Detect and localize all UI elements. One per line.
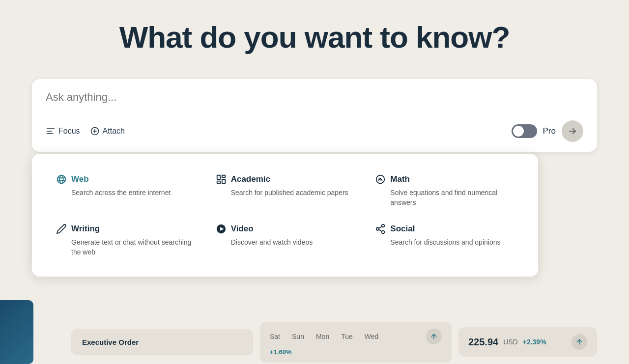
side-thumbnail — [0, 300, 33, 364]
writing-desc: Generate text or chat without searching … — [56, 238, 196, 257]
focus-item-header-math: % Math — [374, 173, 515, 185]
stock-currency: USD — [503, 338, 518, 346]
svg-line-23 — [379, 226, 382, 228]
day-sun: Sun — [292, 333, 304, 340]
focus-item-video[interactable]: Video Discover and watch videos — [205, 215, 365, 265]
focus-icon — [46, 126, 56, 136]
search-toolbar: Focus Attach Pro — [46, 120, 583, 142]
search-box: Focus Attach Pro — [32, 79, 597, 152]
toggle-knob — [513, 126, 524, 137]
chart-days: Sat Sun Mon Tue Wed — [270, 333, 378, 340]
focus-button[interactable]: Focus — [46, 126, 80, 136]
focus-item-header-social: Social — [374, 223, 515, 235]
web-desc: Search across the entire internet — [56, 188, 196, 198]
submit-button[interactable] — [562, 120, 583, 142]
chart-header: Sat Sun Mon Tue Wed — [270, 329, 442, 344]
svg-point-8 — [59, 175, 63, 184]
attach-label: Attach — [103, 127, 125, 136]
focus-label: Focus — [58, 127, 80, 136]
writing-title: Writing — [71, 224, 100, 234]
bottom-cards-row: Executive Order Sat Sun Mon Tue Wed — [0, 320, 629, 364]
svg-text:%: % — [378, 177, 382, 182]
focus-item-web[interactable]: Web Search across the entire internet — [46, 166, 205, 215]
svg-rect-11 — [217, 175, 220, 179]
search-input[interactable] — [46, 91, 583, 118]
social-desc: Search for discussions and opinions — [374, 238, 515, 248]
news-title: Executive Order — [82, 338, 139, 346]
day-sat: Sat — [270, 333, 280, 340]
pro-label: Pro — [543, 126, 556, 136]
social-title: Social — [390, 224, 415, 234]
writing-icon — [56, 223, 67, 235]
pro-toggle[interactable] — [512, 124, 537, 138]
focus-item-math[interactable]: % Math Solve equations and find numerica… — [365, 166, 524, 215]
academic-title: Academic — [231, 174, 270, 184]
arrow-right-icon — [568, 126, 577, 136]
video-desc: Discover and watch videos — [215, 238, 355, 248]
academic-icon — [215, 173, 227, 185]
svg-line-22 — [379, 230, 382, 232]
day-tue: Tue — [341, 333, 353, 340]
web-title: Web — [71, 174, 89, 184]
focus-item-writing[interactable]: Writing Generate text or chat without se… — [46, 215, 205, 265]
stock-card[interactable]: 225.94 USD +2.39% — [458, 327, 597, 357]
social-icon — [374, 223, 386, 235]
stock-price: 225.94 — [468, 336, 498, 348]
math-title: Math — [390, 174, 410, 184]
chart-up-button[interactable] — [426, 329, 442, 344]
academic-desc: Search for published academic papers — [215, 188, 355, 198]
svg-rect-13 — [222, 179, 225, 183]
stock-change: +2.39% — [523, 338, 546, 346]
toolbar-right: Pro — [512, 120, 583, 142]
focus-item-header-video: Video — [215, 223, 355, 235]
page-title: What do you want to know? — [119, 20, 510, 55]
attach-button[interactable]: Attach — [90, 126, 125, 136]
chart-card[interactable]: Sat Sun Mon Tue Wed +1.60% — [260, 322, 452, 363]
day-wed: Wed — [365, 333, 379, 340]
math-icon: % — [374, 173, 386, 185]
stock-arrow-up-icon — [575, 338, 583, 346]
focus-item-header-academic: Academic — [215, 173, 355, 185]
toolbar-left: Focus Attach — [46, 126, 125, 136]
day-mon: Mon — [316, 333, 329, 340]
chart-arrow-up-icon — [430, 333, 438, 340]
attach-icon — [90, 126, 100, 136]
svg-rect-12 — [222, 175, 225, 178]
math-desc: Solve equations and find numerical answe… — [374, 188, 515, 207]
stock-change2: +1.60% — [270, 348, 442, 356]
stock-up-button[interactable] — [572, 334, 587, 350]
focus-dropdown: Web Search across the entire internet — [32, 154, 538, 277]
svg-rect-14 — [217, 181, 220, 184]
focus-item-header-writing: Writing — [56, 223, 196, 235]
focus-item-social[interactable]: Social Search for discussions and opinio… — [365, 215, 524, 265]
focus-item-header-web: Web — [56, 173, 196, 185]
web-icon — [56, 173, 67, 185]
video-title: Video — [231, 224, 254, 234]
svg-point-7 — [57, 175, 66, 184]
focus-item-academic[interactable]: Academic Search for published academic p… — [205, 166, 365, 215]
page-background: What do you want to know? Focus — [0, 0, 629, 364]
video-icon — [215, 223, 227, 235]
news-card[interactable]: Executive Order — [71, 329, 253, 355]
